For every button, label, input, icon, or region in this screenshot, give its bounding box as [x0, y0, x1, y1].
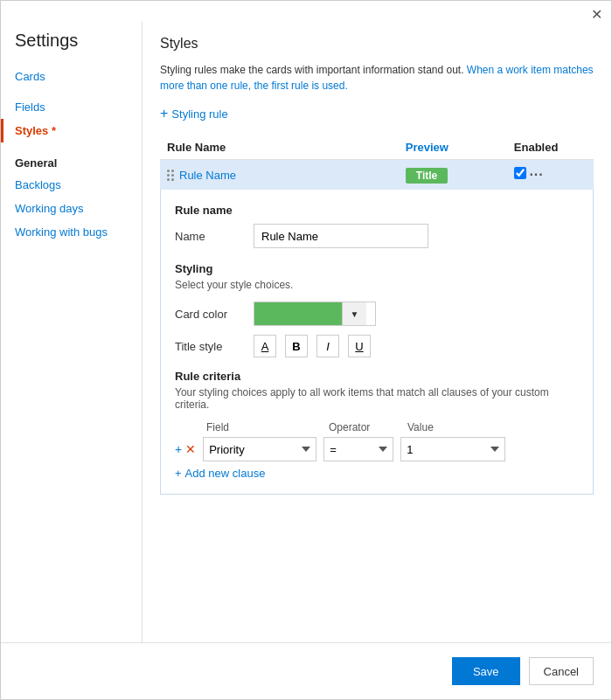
rule-name-input[interactable]: [254, 224, 428, 248]
value-header: Value: [407, 421, 547, 433]
rules-table: Rule Name Preview Enabled: [160, 135, 594, 190]
sidebar-item-working-days[interactable]: Working days: [1, 197, 142, 220]
dialog-header: ✕: [1, 1, 611, 22]
col-enabled: Enabled: [507, 135, 594, 160]
name-label: Name: [175, 230, 245, 243]
page-title: Styles: [160, 36, 594, 52]
col-rule-name: Rule Name: [160, 135, 399, 160]
add-new-clause-button[interactable]: + Add new clause: [175, 467, 265, 480]
delete-clause-button[interactable]: ✕: [185, 442, 196, 456]
field-select[interactable]: Priority: [203, 437, 316, 461]
title-style-label: Title style: [175, 340, 245, 353]
card-color-label: Card color: [175, 308, 245, 321]
enabled-checkbox[interactable]: [514, 167, 526, 179]
styling-subtitle: Select your style choices.: [175, 279, 579, 291]
rule-detail-form: Rule name Name Styling Select your style…: [160, 190, 594, 495]
sidebar-general-header: General: [1, 149, 142, 173]
close-button[interactable]: ✕: [591, 8, 602, 22]
description-text-part1: Styling rules make the cards with import…: [160, 64, 467, 76]
card-color-dropdown[interactable]: ▼: [254, 301, 376, 326]
sidebar-title: Settings: [1, 31, 142, 65]
sidebar-section-cards: Cards: [1, 65, 142, 88]
criteria-actions: + ✕: [175, 442, 196, 456]
rule-name-row: Name: [175, 224, 579, 248]
sidebar-item-backlogs[interactable]: Backlogs: [1, 173, 142, 197]
sidebar: Settings Cards Fields Styles * General B…: [1, 22, 143, 642]
save-button[interactable]: Save: [452, 657, 520, 685]
add-icon: +: [160, 106, 168, 121]
description: Styling rules make the cards with import…: [160, 62, 594, 94]
cancel-button[interactable]: Cancel: [529, 657, 594, 685]
dialog-footer: Save Cancel: [1, 642, 611, 699]
card-color-row: Card color ▼: [175, 301, 579, 326]
preview-badge: Title: [406, 168, 448, 184]
rule-name-cell: Rule Name: [160, 160, 399, 191]
sidebar-section-general: General Backlogs Working days Working wi…: [1, 149, 142, 244]
sidebar-section-fields-styles: Fields Styles *: [1, 95, 142, 142]
style-underline-a-button[interactable]: A: [254, 335, 276, 357]
style-underline-button[interactable]: U: [348, 335, 371, 357]
style-bold-button[interactable]: B: [285, 335, 308, 357]
style-italic-button[interactable]: I: [316, 335, 339, 357]
color-arrow-icon: ▼: [342, 302, 366, 325]
color-swatch: [254, 302, 342, 325]
operator-header: Operator: [329, 421, 399, 433]
sidebar-item-working-with-bugs[interactable]: Working with bugs: [1, 220, 142, 244]
sidebar-item-cards[interactable]: Cards: [1, 65, 142, 88]
criteria-row: + ✕ Priority = 1: [175, 437, 579, 461]
table-row: Rule Name Title ···: [160, 160, 594, 191]
title-style-row: Title style A B I U: [175, 335, 579, 357]
criteria-section-title: Rule criteria: [175, 370, 579, 383]
criteria-section: Rule criteria Your styling choices apply…: [175, 370, 579, 480]
drag-handle[interactable]: [167, 170, 174, 181]
rule-enabled-cell: ···: [507, 160, 594, 191]
more-options-button[interactable]: ···: [529, 167, 543, 183]
styling-section-title: Styling: [175, 262, 579, 275]
add-clause-inline-button[interactable]: +: [175, 442, 182, 456]
field-header: Field: [206, 421, 320, 433]
main-content: Styles Styling rules make the cards with…: [143, 22, 611, 642]
rule-preview-cell: Title: [399, 160, 507, 191]
operator-select[interactable]: =: [323, 437, 393, 461]
rule-name-text[interactable]: Rule Name: [179, 169, 236, 182]
add-clause-label: Add new clause: [185, 467, 266, 480]
rule-name-section-title: Rule name: [175, 204, 579, 217]
col-preview: Preview: [399, 135, 507, 160]
value-select[interactable]: 1: [400, 437, 505, 461]
add-clause-plus-icon: +: [175, 467, 182, 480]
settings-dialog: ✕ Settings Cards Fields Styles * General…: [0, 0, 612, 700]
add-styling-rule-button[interactable]: + Styling rule: [160, 106, 228, 121]
criteria-subtitle: Your styling choices apply to all work i…: [175, 386, 579, 411]
dialog-body: Settings Cards Fields Styles * General B…: [1, 22, 611, 642]
sidebar-item-fields[interactable]: Fields: [1, 95, 142, 119]
add-rule-label: Styling rule: [171, 107, 227, 121]
criteria-header-row: Field Operator Value: [175, 421, 579, 437]
sidebar-item-styles[interactable]: Styles *: [1, 119, 142, 142]
